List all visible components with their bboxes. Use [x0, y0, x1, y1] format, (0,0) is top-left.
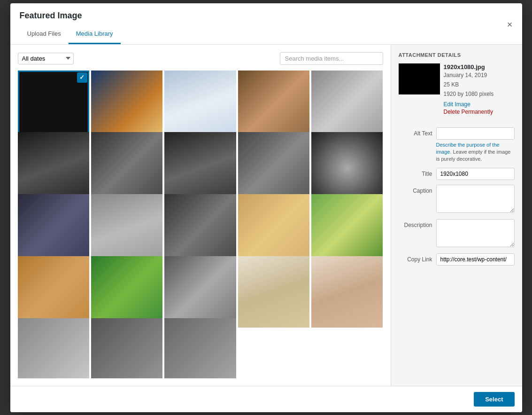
attachment-thumbnail: [399, 63, 440, 94]
caption-field: Caption: [399, 185, 515, 214]
alt-text-input[interactable]: [436, 127, 515, 140]
featured-image-modal: Featured Image Upload Files Media Librar…: [10, 3, 522, 412]
grid-item-23[interactable]: [164, 318, 236, 378]
media-grid: [18, 70, 383, 378]
alt-hint: Describe the purpose of the image. Leave…: [436, 141, 515, 163]
tab-bar: Upload Files Media Library: [20, 26, 121, 44]
grid-item-17[interactable]: [91, 256, 162, 328]
grid-item-4[interactable]: [238, 70, 309, 142]
grid-item-10[interactable]: [311, 132, 383, 204]
modal-body: All dates January 2019 February 2019 ATT…: [10, 45, 522, 386]
details-heading: ATTACHMENT DETAILS: [399, 52, 515, 58]
title-field: Title: [399, 168, 515, 180]
caption-label: Caption: [399, 185, 432, 194]
description-input[interactable]: [436, 219, 515, 247]
title-input[interactable]: [436, 168, 515, 180]
grid-item-19[interactable]: [238, 256, 309, 328]
description-label: Description: [399, 219, 432, 228]
delete-permanently-link[interactable]: Delete Permanently: [444, 109, 494, 115]
file-size: 25 KB: [444, 80, 494, 89]
file-dimensions: 1920 by 1080 pixels: [444, 89, 494, 99]
copy-link-input[interactable]: [436, 253, 515, 266]
grid-item-16[interactable]: [18, 256, 89, 328]
grid-item-14[interactable]: [238, 194, 309, 266]
title-label: Title: [399, 168, 432, 177]
media-section: All dates January 2019 February 2019: [10, 45, 391, 386]
modal-overlay: Featured Image Upload Files Media Librar…: [0, 0, 532, 415]
grid-item-5[interactable]: [311, 70, 383, 142]
modal-header: Featured Image Upload Files Media Librar…: [10, 3, 522, 45]
tab-upload-files[interactable]: Upload Files: [20, 26, 69, 44]
grid-item-11[interactable]: [18, 194, 89, 266]
grid-item-2[interactable]: [91, 70, 162, 142]
grid-item-7[interactable]: [91, 132, 162, 204]
grid-item-21[interactable]: [18, 318, 89, 378]
grid-item-20[interactable]: [311, 256, 383, 328]
caption-input[interactable]: [436, 185, 515, 213]
copy-link-field: Copy Link: [399, 253, 515, 266]
close-button[interactable]: ×: [507, 20, 513, 35]
tab-media-library[interactable]: Media Library: [69, 26, 121, 44]
file-date: January 14, 2019: [444, 70, 494, 80]
date-filter-select[interactable]: All dates January 2019 February 2019: [18, 53, 74, 64]
alt-text-field: Alt Text Describe the purpose of the ima…: [399, 127, 515, 163]
grid-item-8[interactable]: [164, 132, 236, 204]
copy-link-label: Copy Link: [399, 253, 432, 263]
search-input[interactable]: [280, 52, 383, 65]
selected-check-badge: [77, 72, 87, 83]
modal-title: Featured Image: [20, 11, 121, 26]
grid-item-15[interactable]: [311, 194, 383, 266]
grid-item-12[interactable]: [91, 194, 162, 266]
grid-item-1[interactable]: [18, 70, 89, 142]
grid-item-9[interactable]: [238, 132, 309, 204]
grid-item-3[interactable]: [164, 70, 236, 142]
select-button[interactable]: Select: [474, 392, 514, 407]
file-name: 1920x1080.jpg: [444, 63, 494, 70]
toolbar: All dates January 2019 February 2019: [18, 52, 383, 65]
edit-image-link[interactable]: Edit Image: [444, 101, 494, 108]
details-panel: ATTACHMENT DETAILS 1920x1080.jpg January…: [391, 45, 522, 386]
grid-item-13[interactable]: [164, 194, 236, 266]
grid-item-18[interactable]: [164, 256, 236, 328]
modal-footer: Select: [10, 386, 522, 412]
grid-item-6[interactable]: [18, 132, 89, 204]
grid-item-22[interactable]: [91, 318, 162, 378]
file-info: 1920x1080.jpg January 14, 2019 25 KB 192…: [444, 63, 494, 116]
alt-text-label: Alt Text: [399, 127, 432, 137]
description-field: Description: [399, 219, 515, 249]
